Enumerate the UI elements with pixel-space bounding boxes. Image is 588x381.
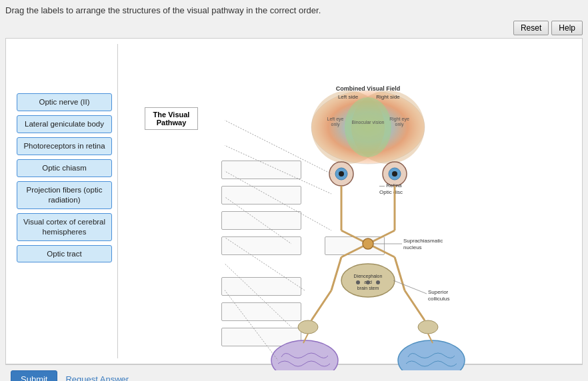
visual-pathway-diagram: Combined Visual Field Left side Right si… xyxy=(225,84,511,370)
label-visual-cortex[interactable]: Visual cortex of cerebral hemispheres xyxy=(17,213,112,241)
label-lateral[interactable]: Lateral geniculate body xyxy=(17,115,112,133)
submit-button[interactable]: Submit xyxy=(11,370,57,381)
svg-line-41 xyxy=(405,290,425,320)
svg-text:Suprachiasmatic: Suprachiasmatic xyxy=(403,238,443,244)
label-optic-tract[interactable]: Optic tract xyxy=(17,245,112,263)
svg-line-29 xyxy=(395,257,405,290)
svg-text:Diencephalon: Diencephalon xyxy=(354,274,383,279)
svg-text:Left eye: Left eye xyxy=(327,117,344,122)
svg-line-54 xyxy=(225,235,305,290)
svg-point-35 xyxy=(366,280,370,284)
svg-text:only: only xyxy=(331,122,340,127)
svg-line-39 xyxy=(393,280,427,294)
svg-text:only: only xyxy=(395,122,404,127)
svg-point-14 xyxy=(339,171,344,177)
reset-button[interactable]: Reset xyxy=(513,21,549,35)
svg-point-43 xyxy=(418,320,438,334)
pathway-title: The Visual Pathway xyxy=(145,107,198,130)
svg-text:Optic disc: Optic disc xyxy=(379,189,403,195)
svg-text:nucleus: nucleus xyxy=(403,244,422,250)
label-optic-nerve[interactable]: Optic nerve (II) xyxy=(17,93,112,111)
svg-line-28 xyxy=(331,257,341,290)
svg-point-36 xyxy=(376,280,380,284)
svg-point-24 xyxy=(363,238,373,249)
svg-text:colliculus: colliculus xyxy=(428,296,449,302)
svg-text:Left side: Left side xyxy=(338,94,359,100)
svg-line-52 xyxy=(225,169,331,230)
svg-point-42 xyxy=(298,320,318,334)
svg-text:Right eye: Right eye xyxy=(389,117,409,122)
label-photoreceptors[interactable]: Photoreceptors in retina xyxy=(17,137,112,155)
svg-text:brain stem: brain stem xyxy=(357,286,379,290)
svg-line-56 xyxy=(225,286,278,360)
svg-line-40 xyxy=(311,290,331,320)
svg-text:Right side: Right side xyxy=(376,94,400,100)
svg-line-53 xyxy=(225,194,291,244)
labels-panel: Optic nerve (II) Lateral geniculate body… xyxy=(11,44,118,358)
label-optic-chiasm[interactable]: Optic chiasm xyxy=(17,159,112,177)
svg-point-3 xyxy=(345,97,391,157)
label-projection[interactable]: Projection fibers (optic radiation) xyxy=(17,181,112,209)
svg-text:— Retina: — Retina xyxy=(379,183,402,189)
svg-line-55 xyxy=(225,260,291,327)
svg-point-17 xyxy=(392,171,397,177)
svg-point-34 xyxy=(356,280,360,284)
help-button[interactable]: Help xyxy=(551,21,583,35)
request-answer-link[interactable]: Request Answer xyxy=(65,374,129,381)
instruction-text: Drag the labels to arrange the structure… xyxy=(5,5,583,15)
svg-text:Superior: Superior xyxy=(428,289,449,295)
svg-text:Binocular vision: Binocular vision xyxy=(351,120,384,125)
svg-line-51 xyxy=(225,144,331,194)
svg-text:Combined Visual Field: Combined Visual Field xyxy=(336,85,400,92)
